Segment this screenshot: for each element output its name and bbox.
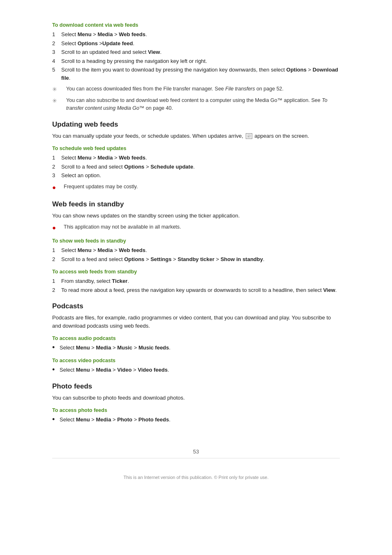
warn-costly: ● Frequent updates may be costly. xyxy=(52,183,340,192)
heading-podcasts: Podcasts xyxy=(52,302,340,310)
tip-icon-2: ✳ xyxy=(52,97,64,105)
step-4: 4 Scroll to a heading by pressing the na… xyxy=(52,57,340,65)
tip-file-transfer: ✳ You can access downloaded files from t… xyxy=(52,85,340,94)
steps-show-standby: 1 Select Menu > Media > Web feeds. 2 Scr… xyxy=(52,246,340,263)
page-content: To download content via web feeds 1 Sele… xyxy=(52,0,340,504)
warn-icon-2: ● xyxy=(52,223,64,233)
section-updating-web-feeds: Updating web feeds You can manually upda… xyxy=(52,120,340,192)
footer-text: This is an Internet version of this publ… xyxy=(52,475,340,480)
topic-show-in-standby: To show web feeds in standby 1 Select Me… xyxy=(52,238,340,263)
bullet-video-podcasts: • Select Menu > Media > Video > Video fe… xyxy=(52,366,340,374)
body-photo-feeds: You can subscribe to photo feeds and dow… xyxy=(52,394,340,402)
body-updating-web-feeds: You can manually update your feeds, or s… xyxy=(52,132,340,140)
topic-title-download: To download content via web feeds xyxy=(52,22,340,28)
bullet-photo-feeds: • Select Menu > Media > Photo > Photo fe… xyxy=(52,416,340,424)
sched-step-2: 2 Scroll to a feed and select Options > … xyxy=(52,163,340,171)
topic-title-schedule: To schedule web feed updates xyxy=(52,146,340,151)
body-podcasts: Podcasts are files, for example, radio p… xyxy=(52,314,340,330)
bullet-dot-3: • xyxy=(52,416,60,424)
body-web-feeds-standby: You can show news updates on the standby… xyxy=(52,212,340,220)
new-feed-icon: 📰 xyxy=(246,133,252,139)
warn-not-available: ● This application may not be available … xyxy=(52,223,340,233)
bullet-photo-1: • Select Menu > Media > Photo > Photo fe… xyxy=(52,416,340,424)
section-photo-feeds: Photo feeds You can subscribe to photo f… xyxy=(52,382,340,424)
show-step-2: 2 Scroll to a feed and select Options > … xyxy=(52,255,340,264)
heading-web-feeds-standby: Web feeds in standby xyxy=(52,200,340,208)
heading-updating-web-feeds: Updating web feeds xyxy=(52,120,340,129)
show-step-1: 1 Select Menu > Media > Web feeds. xyxy=(52,246,340,254)
tip-icon-1: ✳ xyxy=(52,85,64,94)
warn-icon-1: ● xyxy=(52,183,64,192)
section-podcasts: Podcasts Podcasts are files, for example… xyxy=(52,302,340,374)
topic-video-podcasts: To access video podcasts • Select Menu >… xyxy=(52,358,340,374)
step-3: 3 Scroll to an updated feed and select V… xyxy=(52,48,340,56)
footer-divider xyxy=(52,458,340,458)
topic-access-from-standby: To access web feeds from standby 1 From … xyxy=(52,269,340,294)
topic-title-audio-podcasts: To access audio podcasts xyxy=(52,335,340,341)
topic-title-video-podcasts: To access video podcasts xyxy=(52,358,340,363)
topic-audio-podcasts: To access audio podcasts • Select Menu >… xyxy=(52,335,340,352)
bullet-audio-1: • Select Menu > Media > Music > Music fe… xyxy=(52,344,340,352)
bullet-dot-2: • xyxy=(52,366,60,374)
bullet-audio-podcasts: • Select Menu > Media > Music > Music fe… xyxy=(52,344,340,352)
bullet-dot: • xyxy=(52,344,60,352)
topic-title-access-standby: To access web feeds from standby xyxy=(52,269,340,275)
steps-schedule: 1 Select Menu > Media > Web feeds. 2 Scr… xyxy=(52,154,340,180)
step-1: 1 Select Menu > Media > Web feeds. xyxy=(52,30,340,39)
steps-download: 1 Select Menu > Media > Web feeds. 2 Sel… xyxy=(52,30,340,82)
topic-schedule-updates: To schedule web feed updates 1 Select Me… xyxy=(52,146,340,192)
section-web-feeds-standby: Web feeds in standby You can show news u… xyxy=(52,200,340,294)
topic-title-photo-feeds: To access photo feeds xyxy=(52,407,340,413)
access-step-1: 1 From standby, select Ticker. xyxy=(52,277,340,285)
topic-title-show-standby: To show web feeds in standby xyxy=(52,238,340,244)
bullet-video-1: • Select Menu > Media > Video > Video fe… xyxy=(52,366,340,374)
step-2: 2 Select Options >Update feed. xyxy=(52,39,340,48)
access-step-2: 2 To read more about a feed, press the n… xyxy=(52,286,340,294)
steps-access-standby: 1 From standby, select Ticker. 2 To read… xyxy=(52,277,340,294)
topic-download-via-web-feeds: To download content via web feeds 1 Sele… xyxy=(52,22,340,112)
heading-photo-feeds: Photo feeds xyxy=(52,382,340,391)
topic-photo-feeds: To access photo feeds • Select Menu > Me… xyxy=(52,407,340,424)
page-number: 53 xyxy=(52,449,340,455)
sched-step-3: 3 Select an option. xyxy=(52,171,340,180)
tip-media-go: ✳ You can also subscribe to and download… xyxy=(52,97,340,112)
step-5: 5 Scroll to the item you want to downloa… xyxy=(52,66,340,82)
sched-step-1: 1 Select Menu > Media > Web feeds. xyxy=(52,154,340,162)
